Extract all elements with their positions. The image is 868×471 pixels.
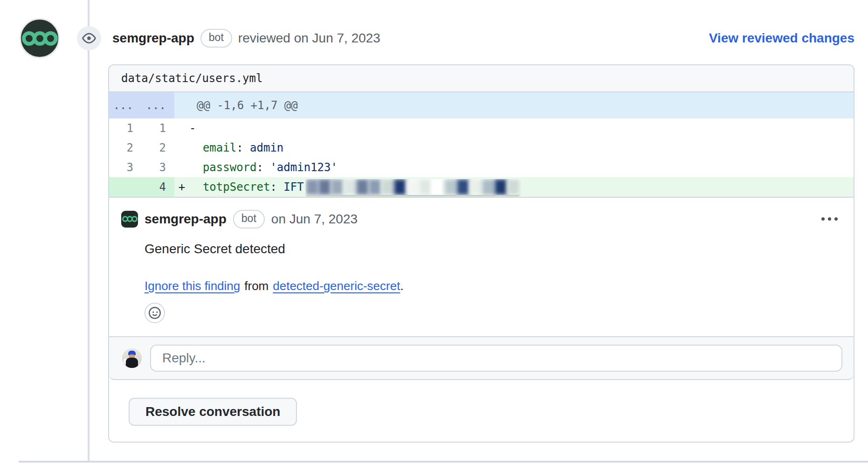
code-segment: email [203, 141, 236, 154]
line-number: 3 [142, 158, 174, 177]
comment-body: Generic Secret detected [109, 242, 854, 256]
reply-footer [109, 336, 854, 380]
diff-row: 4+ totpSecret: IFT [109, 177, 854, 197]
semgrep-avatar-small[interactable] [121, 211, 138, 228]
comment-date[interactable]: on Jun 7, 2023 [271, 212, 358, 227]
diff-hunk-row: ... ... @@ -1,6 +1,7 @@ [109, 92, 854, 118]
code-segment: password [203, 161, 257, 174]
line-number: 3 [109, 158, 142, 177]
period-text: . [400, 279, 403, 293]
code-segment: admin [250, 141, 283, 154]
diff-marker: + [174, 180, 189, 194]
redacted-secret [306, 179, 520, 195]
code-segment: IFT [283, 180, 303, 194]
review-author[interactable]: semgrep-app [112, 31, 194, 46]
line-number: 2 [109, 138, 142, 158]
rule-link[interactable]: detected-generic-secret [273, 279, 400, 293]
semgrep-logo-icon [22, 31, 58, 46]
view-reviewed-changes-link[interactable]: View reviewed changes [709, 31, 854, 46]
comment-thread: semgrep-app bot on Jun 7, 2023 Generic S… [109, 197, 854, 380]
review-title: semgrep-app bot reviewed on Jun 7, 2023 [112, 29, 380, 48]
line-number: 2 [142, 138, 174, 158]
links-separator-text: from [244, 279, 269, 293]
diff-table: ... ... @@ -1,6 +1,7 @@ 11-22 email: adm… [109, 92, 854, 197]
code-segment: : [236, 141, 250, 154]
semgrep-logo-icon [122, 216, 138, 222]
comment-header: semgrep-app bot on Jun 7, 2023 [109, 198, 854, 229]
semgrep-avatar-large[interactable] [20, 18, 60, 58]
comment-author[interactable]: semgrep-app [145, 212, 227, 227]
line-number [109, 177, 142, 197]
add-reaction-button[interactable] [145, 303, 165, 323]
hunk-new-ellipsis: ... [142, 92, 174, 118]
user-avatar[interactable] [122, 348, 142, 368]
hunk-old-ellipsis: ... [109, 92, 142, 118]
review-action-text: reviewed on Jun 7, 2023 [238, 31, 380, 46]
diff-rows: 11-22 email: admin33 password: 'admin123… [109, 118, 854, 197]
code-segment [189, 161, 203, 174]
diff-file-header: data/static/users.yml [109, 65, 854, 92]
diff-code-cell: + totpSecret: IFT [174, 177, 854, 197]
bot-badge: bot [233, 210, 265, 229]
review-event-header: semgrep-app bot reviewed on Jun 7, 2023 … [20, 18, 854, 59]
kebab-horizontal-icon [821, 217, 825, 221]
diff-code-cell: password: 'admin123' [174, 158, 854, 177]
code-segment: : [257, 161, 270, 174]
comment-footer-links: Ignore this findingfromdetected-generic-… [109, 279, 854, 293]
code-segment: 'admin123' [270, 161, 338, 174]
diff-row: 22 email: admin [109, 138, 854, 158]
diff-code-cell: email: admin [174, 138, 854, 158]
diff-code-cell: - [174, 118, 854, 138]
line-number: 1 [109, 118, 142, 138]
code-segment: - [189, 122, 196, 135]
comment-options-button[interactable] [820, 213, 840, 225]
review-card: data/static/users.yml ... ... @@ -1,6 +1… [108, 64, 854, 443]
timeline-line [88, 0, 90, 461]
review-event-badge [77, 26, 101, 50]
code-segment: totpSecret [203, 180, 270, 194]
diff-row: 11- [109, 118, 854, 138]
smiley-icon [149, 307, 161, 319]
resolve-conversation-button[interactable]: Resolve conversation [129, 398, 297, 426]
bot-badge: bot [200, 29, 232, 48]
eye-icon [82, 31, 96, 45]
code-segment [189, 180, 203, 194]
resolve-area: Resolve conversation [109, 380, 854, 442]
timeline-item-divider [19, 461, 868, 463]
line-number: 4 [142, 177, 174, 197]
ignore-finding-link[interactable]: Ignore this finding [145, 279, 240, 293]
diff-row: 33 password: 'admin123' [109, 158, 854, 177]
file-path-link[interactable]: data/static/users.yml [121, 72, 262, 85]
code-segment: : [270, 180, 283, 194]
hunk-header: @@ -1,6 +1,7 @@ [174, 92, 854, 118]
line-number: 1 [142, 118, 174, 138]
reply-input[interactable] [150, 345, 842, 372]
code-segment [189, 141, 203, 154]
